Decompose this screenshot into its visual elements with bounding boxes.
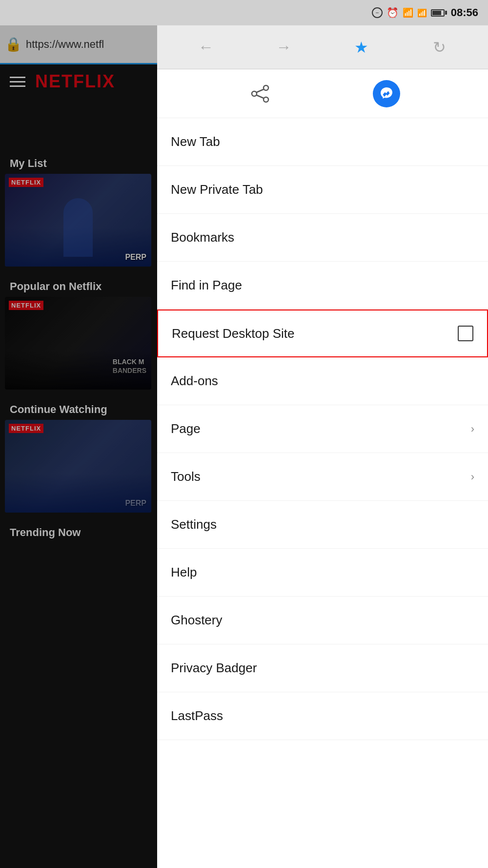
bookmark-star-button[interactable]: ★ bbox=[347, 33, 376, 62]
menu-item-find-in-page[interactable]: Find in Page bbox=[157, 262, 488, 310]
status-bar: − ⏰ 📶 📶 08:56 bbox=[0, 0, 488, 25]
share-icon bbox=[250, 84, 270, 103]
menu-toolbar: ← → ★ ↻ bbox=[157, 25, 488, 69]
tools-right: › bbox=[471, 471, 474, 483]
dim-overlay bbox=[0, 25, 157, 868]
svg-point-0 bbox=[264, 85, 268, 90]
share-button[interactable] bbox=[245, 79, 275, 108]
request-desktop-checkbox[interactable] bbox=[458, 326, 473, 341]
battery-icon bbox=[431, 9, 447, 17]
back-button[interactable]: ← bbox=[191, 33, 221, 62]
page-label: Page bbox=[171, 421, 201, 436]
menu-item-bookmarks[interactable]: Bookmarks bbox=[157, 214, 488, 262]
page-right: › bbox=[471, 423, 474, 435]
request-desktop-site-label: Request Desktop Site bbox=[172, 326, 294, 341]
svg-point-2 bbox=[264, 97, 268, 102]
menu-item-ghostery[interactable]: Ghostery bbox=[157, 597, 488, 644]
menu-overlay: ← → ★ ↻ New Tab New Private bbox=[157, 25, 488, 868]
menu-item-help[interactable]: Help bbox=[157, 549, 488, 597]
status-icons: − ⏰ 📶 📶 08:56 bbox=[372, 6, 478, 19]
settings-label: Settings bbox=[171, 517, 217, 532]
svg-point-1 bbox=[252, 91, 257, 96]
menu-item-new-tab[interactable]: New Tab bbox=[157, 118, 488, 166]
menu-item-tools[interactable]: Tools › bbox=[157, 453, 488, 501]
icon-row bbox=[157, 69, 488, 118]
help-label: Help bbox=[171, 565, 197, 580]
bookmarks-label: Bookmarks bbox=[171, 230, 234, 245]
tools-label: Tools bbox=[171, 469, 201, 484]
wifi-icon: 📶 bbox=[403, 7, 413, 18]
reload-button[interactable]: ↻ bbox=[425, 33, 454, 62]
menu-item-add-ons[interactable]: Add-ons bbox=[157, 357, 488, 405]
status-time: 08:56 bbox=[451, 6, 478, 19]
svg-line-3 bbox=[257, 89, 264, 92]
signal-icon: 📶 bbox=[417, 8, 427, 18]
ghostery-label: Ghostery bbox=[171, 613, 223, 628]
menu-item-new-private-tab[interactable]: New Private Tab bbox=[157, 166, 488, 214]
svg-line-4 bbox=[257, 95, 264, 98]
request-desktop-site-right bbox=[458, 326, 473, 341]
menu-item-request-desktop-site[interactable]: Request Desktop Site bbox=[157, 310, 488, 357]
alarm-icon: ⏰ bbox=[386, 7, 399, 19]
new-tab-label: New Tab bbox=[171, 134, 220, 149]
tools-chevron-icon: › bbox=[471, 471, 474, 483]
messenger-icon bbox=[379, 86, 394, 102]
menu-item-page[interactable]: Page › bbox=[157, 405, 488, 453]
menu-item-privacy-badger[interactable]: Privacy Badger bbox=[157, 644, 488, 692]
privacy-badger-label: Privacy Badger bbox=[171, 661, 257, 676]
forward-button[interactable]: → bbox=[269, 33, 298, 62]
lastpass-label: LastPass bbox=[171, 708, 223, 723]
menu-item-lastpass[interactable]: LastPass bbox=[157, 692, 488, 740]
new-private-tab-label: New Private Tab bbox=[171, 182, 263, 197]
page-chevron-icon: › bbox=[471, 423, 474, 435]
menu-item-settings[interactable]: Settings bbox=[157, 501, 488, 549]
messenger-button[interactable] bbox=[373, 80, 400, 107]
dnd-icon: − bbox=[372, 7, 383, 18]
menu-items-list: New Tab New Private Tab Bookmarks Find i… bbox=[157, 118, 488, 868]
add-ons-label: Add-ons bbox=[171, 373, 218, 389]
find-in-page-label: Find in Page bbox=[171, 278, 242, 293]
